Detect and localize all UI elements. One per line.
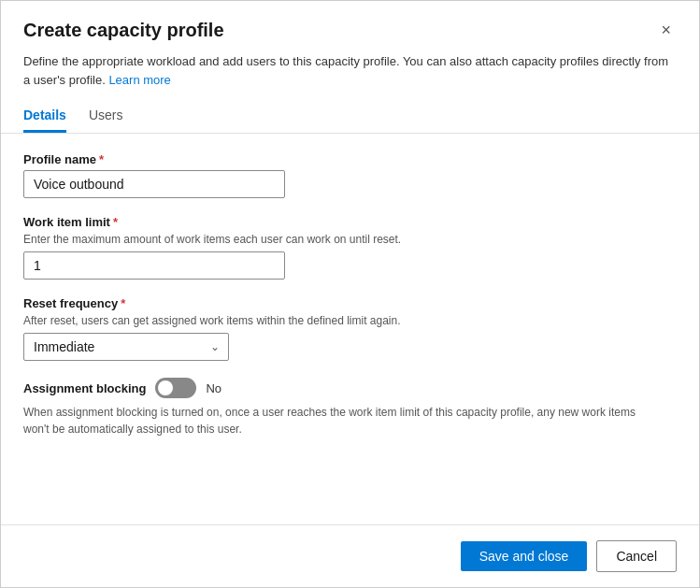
work-item-limit-description: Enter the maximum amount of work items e… — [23, 233, 677, 246]
reset-frequency-label: Reset frequency * — [23, 296, 677, 310]
modal-description: Define the appropriate workload and add … — [1, 49, 699, 100]
assignment-blocking-label: Assignment blocking — [23, 381, 146, 395]
modal-body: Profile name * Work item limit * Enter t… — [1, 134, 699, 524]
modal-title: Create capacity profile — [23, 20, 224, 41]
work-item-limit-input[interactable] — [23, 251, 285, 280]
tab-users[interactable]: Users — [89, 100, 123, 133]
profile-name-group: Profile name * — [23, 152, 677, 198]
toggle-row: Assignment blocking No — [23, 378, 677, 398]
cancel-button[interactable]: Cancel — [596, 540, 677, 572]
toggle-slider — [155, 378, 196, 398]
modal-footer: Save and close Cancel — [1, 524, 699, 587]
close-button[interactable]: × — [655, 20, 677, 40]
assignment-blocking-description: When assignment blocking is turned on, o… — [23, 404, 659, 437]
required-star-3: * — [121, 296, 125, 310]
work-item-limit-group: Work item limit * Enter the maximum amou… — [23, 215, 677, 280]
save-and-close-button[interactable]: Save and close — [461, 541, 588, 571]
required-star-1: * — [99, 152, 104, 166]
tab-details[interactable]: Details — [23, 100, 66, 133]
reset-frequency-group: Reset frequency * After reset, users can… — [23, 296, 677, 361]
profile-name-label: Profile name * — [23, 152, 677, 166]
reset-frequency-description: After reset, users can get assigned work… — [23, 314, 677, 327]
required-star-2: * — [113, 215, 118, 229]
profile-name-input[interactable] — [23, 170, 285, 198]
work-item-limit-label: Work item limit * — [23, 215, 677, 229]
tabs-container: Details Users — [1, 100, 699, 134]
assignment-blocking-group: Assignment blocking No When assignment b… — [23, 378, 677, 437]
toggle-status-label: No — [206, 381, 221, 395]
reset-frequency-select-wrapper: Immediate Daily Weekly Monthly ⌄ — [23, 333, 229, 361]
modal-header: Create capacity profile × — [1, 1, 699, 49]
assignment-blocking-toggle[interactable] — [155, 378, 196, 398]
learn-more-link[interactable]: Learn more — [108, 73, 170, 87]
reset-frequency-select[interactable]: Immediate Daily Weekly Monthly — [23, 333, 229, 361]
modal-dialog: Create capacity profile × Define the app… — [0, 0, 700, 588]
